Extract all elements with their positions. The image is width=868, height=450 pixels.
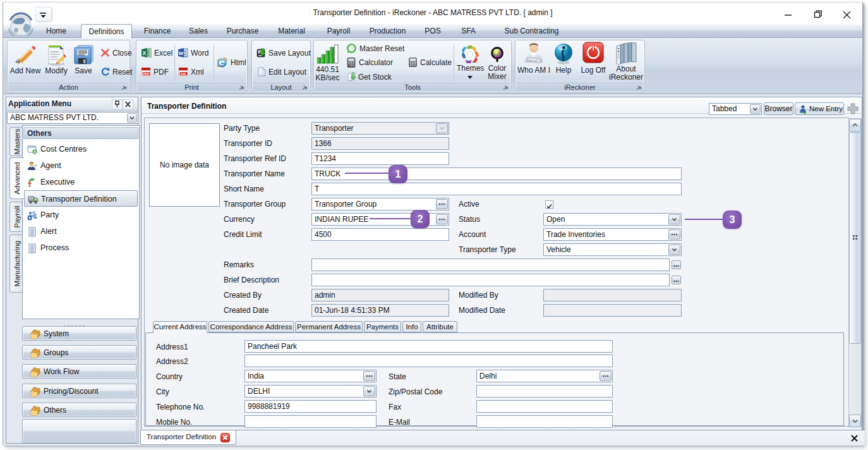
svg-text:PDF: PDF: [143, 72, 150, 76]
svg-text:X: X: [142, 50, 146, 56]
svg-text:XVL: XVL: [181, 72, 187, 76]
svg-text:W: W: [179, 51, 184, 56]
